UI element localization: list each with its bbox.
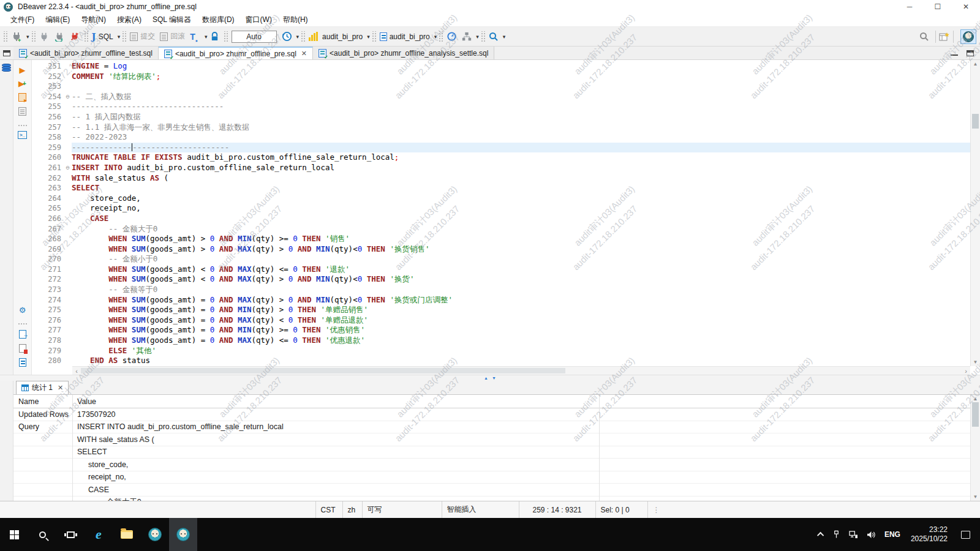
status-caret-position[interactable]: 259 : 14 : 9321 [519,501,596,518]
tab-zhumr-offline-analysis-settle[interactable]: <audit_bi_pro> zhumr_offline_analysis_se… [313,47,494,59]
code-line[interactable]: 277 WHEN SUM(goods_amt) = 0 AND MIN(qty)… [32,325,970,335]
history-dropdown[interactable]: ▾ [296,34,300,40]
statistics-grid[interactable]: Name Value Updated Rows173507920QueryINS… [13,395,970,501]
table-row[interactable]: CASE [13,484,970,497]
open-perspective-icon[interactable] [939,32,950,42]
scrollbar-thumb[interactable] [972,402,979,427]
scroll-down-icon[interactable]: ▼ [971,359,980,365]
scrollbar-thumb[interactable] [81,368,565,373]
results-vertical-scrollbar[interactable]: ▲ ▼ [970,395,980,501]
code-line[interactable]: 263SELECT [32,183,970,193]
connection-selector-dropdown[interactable]: ▾ [367,34,370,40]
menu-edit[interactable]: 编辑(E) [40,15,75,25]
fold-marker-icon[interactable]: ⊖ [64,92,72,102]
dbeaver-taskbar-button[interactable] [141,518,169,551]
code-line[interactable]: 259---------------------------------- [32,143,970,153]
search-dropdown[interactable]: ▾ [503,34,506,40]
table-row[interactable]: Updated Rows173507920 [13,408,970,421]
action-center-button[interactable] [961,531,970,539]
transaction-dropdown[interactable]: ▾ [205,34,208,40]
code-line[interactable]: 260TRUNCATE TABLE IF EXISTS audit_bi_pro… [32,152,970,163]
table-row[interactable]: SELECT [13,446,970,459]
code-line[interactable]: 266 CASE [32,214,970,224]
tray-volume-button[interactable] [864,518,879,551]
plug-button[interactable] [37,31,51,43]
status-write-mode[interactable]: 可写 [363,501,442,518]
table-row[interactable]: store_code, [13,459,970,471]
quick-search-icon[interactable] [919,32,929,42]
table-row[interactable]: -- 金额大于0 [13,497,970,501]
menu-window[interactable]: 窗口(W) [240,15,277,25]
save-report-button[interactable] [17,343,28,353]
sql-dialect-button[interactable]: Ј SQL [90,30,115,43]
tasks-dropdown[interactable]: ▾ [476,34,479,40]
code-line[interactable]: 254⊖-- 二、插入数据 [32,92,970,102]
menu-sql-editor[interactable]: SQL 编辑器 [147,15,197,25]
code-line[interactable]: 275 WHEN SUM(goods_amt) = 0 AND MIN(qty)… [32,305,970,315]
splitter-collapse-up-icon[interactable]: ▲ [484,376,488,380]
start-button[interactable] [0,518,28,551]
connect-button[interactable]: + [9,30,24,43]
explain-plan-button[interactable] [17,107,28,116]
menu-database[interactable]: 数据库(D) [197,15,240,25]
schema-selector-dropdown[interactable]: ▾ [434,34,437,40]
sql-dialect-dropdown[interactable]: ▾ [118,34,121,40]
column-header-value[interactable]: Value [72,397,96,406]
status-insert-mode[interactable]: 智能插入 [442,501,519,518]
code-line[interactable]: 267 -- 金额大于0 [32,224,970,234]
table-row[interactable]: WITH sale_status AS ( [13,433,970,446]
code-line[interactable]: 279 ELSE '其他' [32,346,970,356]
tasks-button[interactable] [460,31,473,43]
tray-expand-button[interactable] [816,518,827,551]
menu-search[interactable]: 搜索(A) [111,15,147,25]
fold-marker-icon[interactable]: ⊖ [64,163,72,173]
sql-editor[interactable]: 251ENGINE = Log252COMMENT '结算比例表';253254… [32,60,980,375]
code-line[interactable]: 257-- 1.1 插入非海一家、非男生女生销售、退款数据 [32,122,970,133]
schema-selector[interactable]: audit_bi_pro [378,31,432,42]
tab-close-icon[interactable]: ✕ [301,50,307,58]
scroll-up-icon[interactable]: ▲ [971,396,980,402]
code-line[interactable]: 256-- 1 插入国内数据 [32,112,970,122]
tab-zhumr-offline-pre[interactable]: <audit_bi_pro> zhumr_offline_pre.sql ✕ [159,47,313,59]
restore-panel-button[interactable] [0,47,13,59]
taskbar-search-button[interactable] [28,518,56,551]
code-line[interactable]: 258-- 2022-2023 [32,132,970,143]
tab-zhumr-offline-test[interactable]: <audit_bi_pro> zhumr_offline_test.sql [13,47,159,59]
rollback-button[interactable]: 回滚 [158,30,187,43]
menu-navigate[interactable]: 导航(N) [75,15,111,25]
connection-selector[interactable]: audit_bi_pro [307,31,364,42]
editor-vertical-scrollbar[interactable]: ▲ ▼ [970,60,980,366]
scrollbar-thumb[interactable] [972,114,979,129]
table-row[interactable]: receipt_no, [13,471,970,484]
table-row[interactable]: QueryINSERT INTO audit_bi_pro.custom_off… [13,421,970,434]
execute-statement-button[interactable]: ▶ [17,65,28,75]
export-result-button[interactable] [17,329,28,339]
search-button[interactable] [487,31,500,43]
disconnect-button[interactable] [68,31,81,43]
code-line[interactable]: 262WITH sale_status AS ( [32,173,970,184]
dbeaver-taskbar-button-active[interactable] [169,518,197,551]
tray-language-button[interactable]: ENG [881,518,903,551]
code-line[interactable]: 276 WHEN SUM(goods_amt) = 0 AND MAX(qty)… [32,315,970,326]
editor-results-splitter[interactable]: ▲ ▼ [0,375,980,381]
code-area[interactable]: 251ENGINE = Log252COMMENT '结算比例表';253254… [32,61,970,366]
code-line[interactable]: 271 WHEN SUM(goods_amt) < 0 AND MAX(qty)… [32,264,970,275]
code-line[interactable]: 270 -- 金额小于0 [32,254,970,264]
file-explorer-button[interactable] [113,518,141,551]
editor-horizontal-scrollbar[interactable]: ‹ › [72,366,970,375]
code-line[interactable]: 264 store_code, [32,193,970,204]
statistics-tab-close-icon[interactable]: ✕ [58,384,63,392]
open-console-button[interactable]: >_ [17,130,28,140]
scroll-left-icon[interactable]: ‹ [72,367,81,375]
code-line[interactable]: 251ENGINE = Log [32,61,970,72]
column-header-name[interactable]: Name [13,397,72,406]
status-timezone[interactable]: CST [316,501,343,518]
code-line[interactable]: 273 -- 金额等于0 [32,285,970,295]
code-line[interactable]: 265 receipt_no, [32,203,970,214]
statistics-tab[interactable]: 统计 1 ✕ [16,381,69,394]
code-line[interactable]: 278 WHEN SUM(goods_amt) = 0 AND MAX(qty)… [32,335,970,346]
tray-network-button[interactable] [846,518,861,551]
scroll-up-icon[interactable]: ▲ [971,61,980,67]
code-line[interactable]: 274 WHEN SUM(goods_amt) = 0 AND MAX(qty)… [32,295,970,305]
lock-button[interactable] [208,31,221,42]
